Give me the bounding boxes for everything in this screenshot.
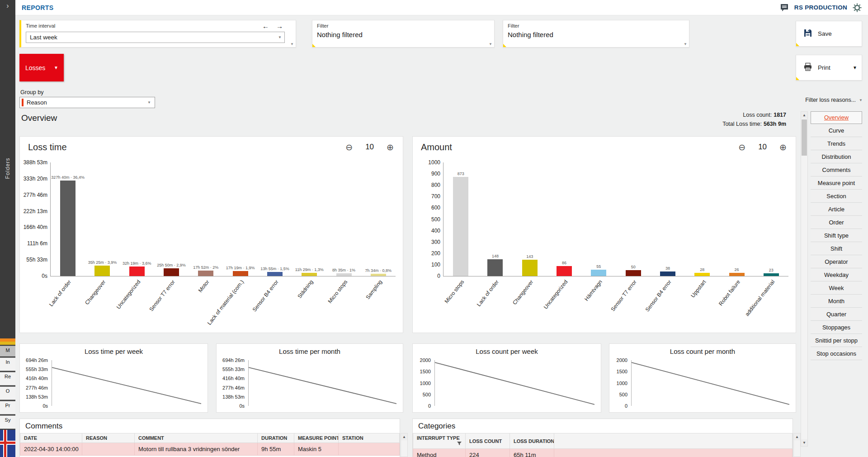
y-axis-tick: 0: [437, 273, 440, 279]
print-button[interactable]: Print ▼: [796, 55, 862, 81]
scroll-up-icon[interactable]: ▲: [401, 433, 407, 440]
filter-card-1[interactable]: Filter Nothing filtered ▼: [312, 20, 495, 48]
comments-scrollbar[interactable]: ▲: [401, 433, 408, 457]
expand-card-icon[interactable]: ▼: [290, 42, 294, 46]
column-header-station[interactable]: STATION: [339, 433, 400, 443]
menu-item-curve[interactable]: Curve: [811, 125, 862, 137]
chart-controls: ⊖ 10 ⊕: [738, 143, 787, 152]
y-axis-tick: 0s: [42, 273, 47, 279]
comments-title: Comments: [20, 419, 400, 433]
print-dropdown-icon[interactable]: ▼: [853, 65, 857, 70]
column-header-loss-duration[interactable]: LOSS DURATION: [510, 433, 554, 449]
x-axis-label: Sensor B4 error: [644, 279, 672, 313]
losses-label: Losses: [25, 64, 45, 71]
y-axis-tick: 700: [431, 193, 440, 200]
time-interval-select[interactable]: Last week ▼: [26, 32, 285, 43]
x-axis-label: Hämtvagn: [583, 279, 604, 302]
chat-icon[interactable]: [780, 3, 789, 12]
expand-rail-icon[interactable]: ›: [0, 2, 15, 10]
increase-bars-icon[interactable]: ⊕: [387, 143, 394, 152]
column-header-comment[interactable]: COMMENT: [135, 433, 258, 443]
menu-item-weekday[interactable]: Weekday: [811, 269, 862, 281]
total-loss-time-line: Total Loss time:563h 9m: [722, 119, 786, 129]
column-header-interrupt-type[interactable]: INTERRUPT TYPE: [413, 433, 466, 449]
menu-item-shift[interactable]: Shift: [811, 243, 862, 255]
menu-item-distribution[interactable]: Distribution: [811, 151, 862, 163]
menu-item-overview[interactable]: Overview: [811, 111, 862, 124]
top-bar: REPORTS RS PRODUCTION: [15, 0, 868, 15]
menu-item-stoppages[interactable]: Stoppages: [811, 322, 862, 334]
bar-value-label: 13h 55m · 1,5%: [260, 267, 289, 271]
y-axis-tick: 0s: [42, 403, 48, 409]
accent-bar: [22, 99, 24, 106]
menu-item-operator[interactable]: Operator: [811, 256, 862, 268]
rail-tab-m[interactable]: M: [0, 346, 15, 357]
filter-card-2[interactable]: Filter Nothing filtered ▼: [503, 20, 689, 48]
rail-tab-in[interactable]: In: [0, 357, 15, 371]
menu-item-section[interactable]: Section: [811, 190, 862, 203]
x-axis-label: Lack of order: [475, 279, 500, 308]
menu-item-trends[interactable]: Trends: [811, 138, 862, 150]
bar-value-label: 17h 52m · 2%: [193, 265, 218, 270]
menu-item-measure-point[interactable]: Measure point: [811, 177, 862, 190]
bar-value-label: 55: [596, 264, 601, 269]
expand-card-icon[interactable]: ▼: [684, 42, 687, 46]
table-cell: 65h 11m: [510, 449, 554, 457]
losses-button[interactable]: Losses ▼: [19, 54, 64, 81]
menu-item-snittid-per-stopp[interactable]: Snittid per stopp: [811, 335, 862, 347]
column-header-duration[interactable]: DURATION: [258, 433, 294, 443]
menu-item-order[interactable]: Order: [811, 217, 862, 229]
table-row[interactable]: Method22465h 11m: [413, 449, 793, 457]
scrollbar-thumb[interactable]: [802, 119, 807, 156]
increase-bars-icon[interactable]: ⊕: [779, 143, 787, 152]
rail-tab-re[interactable]: Re: [0, 372, 15, 386]
flag-red-horizontal: [0, 442, 15, 444]
column-header-measure-point[interactable]: MEASURE POINT: [294, 433, 339, 443]
y-axis-tick: 1000: [428, 159, 440, 166]
filter-loss-reasons-select[interactable]: Filter loss reasons... ▼: [805, 97, 863, 103]
folders-tab[interactable]: Folders: [5, 150, 11, 186]
table-row[interactable]: 2022-04-30 14:00:00Motorn till rullbana …: [20, 443, 400, 456]
y-axis-tick: 55h 33m: [26, 257, 47, 263]
column-header-date[interactable]: DATE: [20, 433, 82, 443]
group-by-select[interactable]: Reason ▼: [19, 97, 155, 108]
section-title-overview: Overview: [21, 113, 57, 123]
scroll-up-icon[interactable]: ▲: [794, 433, 800, 440]
y-axis-tick: 138h 53m: [26, 394, 48, 400]
filter-funnel-icon[interactable]: [457, 441, 462, 447]
menu-item-article[interactable]: Article: [811, 204, 862, 216]
menu-item-comments[interactable]: Comments: [811, 164, 862, 176]
next-interval-icon[interactable]: →: [276, 22, 283, 30]
menu-item-shift-type[interactable]: Shift type: [811, 230, 862, 242]
main-scrollbar[interactable]: ▲ ▼: [801, 111, 808, 447]
x-axis-label: Sensor T7 error: [148, 279, 176, 313]
bar-value-label: 32h 19m · 3,6%: [123, 261, 151, 266]
bar-sensor-t7-error: [626, 270, 641, 276]
time-interval-value: Last week: [30, 34, 57, 41]
column-header-loss-count[interactable]: LOSS COUNT: [466, 433, 510, 449]
decrease-bars-icon[interactable]: ⊖: [345, 143, 353, 152]
rail-tab-o[interactable]: O: [0, 386, 15, 400]
decrease-bars-icon[interactable]: ⊖: [738, 143, 745, 152]
previous-interval-icon[interactable]: ←: [262, 22, 269, 30]
line-plot-area: [248, 360, 396, 406]
categories-scrollbar[interactable]: ▲: [793, 433, 801, 457]
bar-value-label: 11h 29m · 1,3%: [295, 267, 324, 272]
expand-card-icon[interactable]: ▼: [489, 42, 492, 46]
menu-item-week[interactable]: Week: [811, 282, 862, 295]
scroll-up-icon[interactable]: ▲: [801, 112, 807, 119]
amount-chart: Amount ⊖ 10 ⊕ 10009008007006005004003002…: [412, 136, 796, 333]
save-label: Save: [818, 30, 832, 37]
filter-label: Filter: [503, 20, 689, 29]
rail-tab-pr[interactable]: Pr: [0, 401, 15, 414]
menu-item-quarter[interactable]: Quarter: [811, 309, 862, 321]
rail-tab-sy[interactable]: Sy: [0, 415, 15, 429]
column-header-reason[interactable]: REASON: [82, 433, 135, 443]
bar-micro-stops: [336, 273, 352, 276]
flag-icon[interactable]: [0, 430, 15, 457]
y-axis-tick: 0: [428, 403, 431, 409]
scroll-down-icon[interactable]: ▼: [801, 439, 807, 446]
menu-item-month[interactable]: Month: [811, 295, 862, 308]
save-button[interactable]: Save: [796, 21, 862, 47]
menu-item-stop-occasions[interactable]: Stop occasions: [811, 348, 862, 360]
